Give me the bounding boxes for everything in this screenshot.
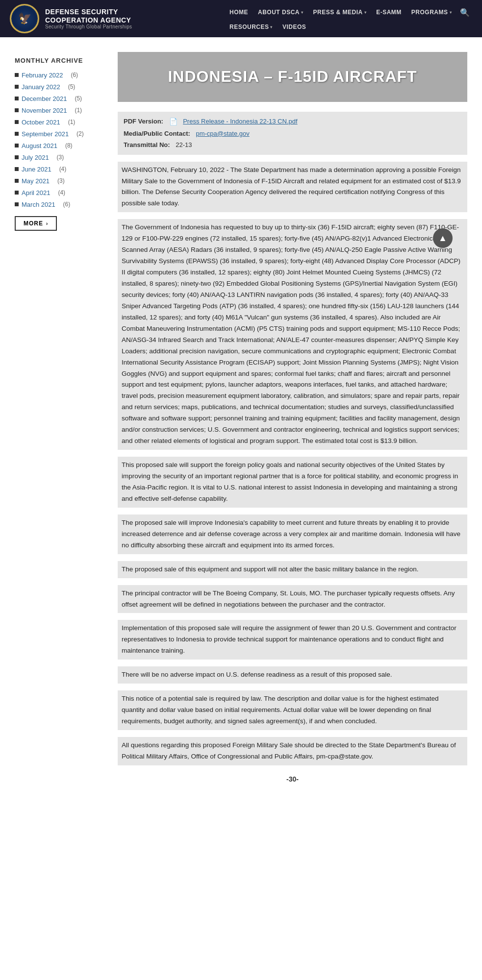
agency-title: DEFENSE SECURITY COOPERATION AGENCY — [45, 8, 132, 24]
list-item: July 2021 (3) — [15, 153, 98, 161]
transmittal-row: Transmittal No: 22-13 — [124, 139, 461, 150]
bullet-icon — [15, 144, 19, 147]
nav-press-media[interactable]: PRESS & MEDIA ▾ — [309, 7, 370, 18]
media-contact-label: Media/Public Contact: — [124, 128, 190, 139]
logo-area: 🦅 DEFENSE SECURITY COOPERATION AGENCY Se… — [10, 4, 132, 33]
list-item: March 2021 (6) — [15, 200, 98, 208]
bullet-icon — [15, 120, 19, 124]
nav-home[interactable]: HOME — [226, 7, 252, 18]
list-item: September 2021 (2) — [15, 130, 98, 138]
list-item: June 2021 (4) — [15, 165, 98, 173]
article-paragraph-2: The Government of Indonesia has requeste… — [118, 219, 467, 450]
article-paragraph-10: All questions regarding this proposed Fo… — [118, 737, 467, 765]
archive-count-feb2022: (6) — [71, 72, 78, 78]
list-item: August 2021 (8) — [15, 142, 98, 149]
list-item: December 2021 (5) — [15, 95, 98, 102]
bullet-icon — [15, 155, 19, 159]
article-title-banner: INDONESIA – F-15ID AIRCRAFT — [118, 52, 467, 102]
archive-count-oct2021: (1) — [68, 119, 76, 125]
programs-caret: ▾ — [450, 10, 452, 15]
article-paragraph-1: WASHINGTON, February 10, 2022 - The Stat… — [118, 162, 467, 213]
sidebar: MONTHLY ARCHIVE February 2022 (6) Januar… — [0, 47, 108, 798]
transmittal-label: Transmittal No: — [124, 139, 170, 150]
archive-count-aug2021: (8) — [65, 142, 73, 149]
content-wrapper: MONTHLY ARCHIVE February 2022 (6) Januar… — [0, 37, 482, 808]
list-item: February 2022 (6) — [15, 71, 98, 79]
site-header: 🦅 DEFENSE SECURITY COOPERATION AGENCY Se… — [0, 0, 482, 37]
archive-link-nov2021[interactable]: November 2021 — [22, 107, 67, 114]
bullet-icon — [15, 132, 19, 136]
archive-link-jun2021[interactable]: June 2021 — [22, 166, 51, 173]
list-item: May 2021 (3) — [15, 177, 98, 185]
archive-count-dec2021: (5) — [75, 95, 82, 102]
search-button[interactable]: 🔍 — [457, 5, 472, 20]
nav-esamm[interactable]: E-SAMM — [372, 7, 406, 18]
archive-link-oct2021[interactable]: October 2021 — [22, 119, 60, 126]
archive-count-apr2021: (4) — [58, 189, 65, 196]
archive-list: February 2022 (6) January 2022 (5) Decem… — [15, 71, 98, 208]
list-item: October 2021 (1) — [15, 118, 98, 126]
list-item: April 2021 (4) — [15, 189, 98, 196]
archive-link-dec2021[interactable]: December 2021 — [22, 95, 67, 102]
pdf-label: PDF Version: — [124, 116, 163, 127]
nav-about-dsca[interactable]: ABOUT DSCA ▾ — [254, 7, 307, 18]
archive-link-may2021[interactable]: May 2021 — [22, 177, 50, 185]
chevron-right-icon: › — [46, 221, 48, 226]
bullet-icon — [15, 179, 19, 183]
bullet-icon — [15, 73, 19, 77]
archive-count-jun2021: (4) — [59, 166, 67, 172]
main-nav: HOME ABOUT DSCA ▾ PRESS & MEDIA ▾ E-SAMM… — [226, 5, 472, 32]
agency-logo[interactable]: 🦅 — [10, 4, 39, 33]
article-paragraph-5: The proposed sale of this equipment and … — [118, 561, 467, 578]
article-wrapper: INDONESIA – F-15ID AIRCRAFT ▲ PDF Versio… — [118, 52, 467, 783]
media-contact-row: Media/Public Contact: pm-cpa@state.gov — [124, 128, 461, 139]
article-end-marker: -30- — [118, 775, 467, 783]
arrow-up-icon: ▲ — [438, 233, 447, 244]
media-contact-link[interactable]: pm-cpa@state.gov — [196, 128, 249, 139]
article-title: INDONESIA – F-15ID AIRCRAFT — [127, 67, 457, 87]
agency-name-text: DEFENSE SECURITY COOPERATION AGENCY Secu… — [45, 8, 132, 30]
article-meta: PDF Version: 📄 Press Release - Indonesia… — [118, 112, 467, 155]
archive-link-aug2021[interactable]: August 2021 — [22, 142, 57, 149]
article-paragraph-4: The proposed sale will improve Indonesia… — [118, 514, 467, 554]
bullet-icon — [15, 85, 19, 89]
archive-link-sep2021[interactable]: September 2021 — [22, 130, 69, 138]
transmittal-number: 22-13 — [176, 139, 192, 150]
nav-videos[interactable]: VIDEOS — [279, 22, 310, 32]
eagle-icon: 🦅 — [18, 12, 31, 25]
archive-link-jul2021[interactable]: July 2021 — [22, 154, 49, 161]
archive-count-may2021: (3) — [57, 177, 65, 184]
article-paragraph-7: Implementation of this proposed sale wil… — [118, 620, 467, 660]
bullet-icon — [15, 97, 19, 100]
archive-link-apr2021[interactable]: April 2021 — [22, 189, 51, 196]
article-paragraph-9: This notice of a potential sale is requi… — [118, 690, 467, 730]
bullet-icon — [15, 108, 19, 112]
nav-row-2: RESOURCES ▾ VIDEOS — [226, 22, 472, 32]
pdf-link[interactable]: Press Release - Indonesia 22-13 CN.pdf — [183, 116, 297, 127]
archive-link-jan2022[interactable]: January 2022 — [22, 83, 60, 91]
archive-link-feb2022[interactable]: February 2022 — [22, 72, 63, 79]
scroll-to-top-button[interactable]: ▲ — [433, 228, 453, 248]
article-body: WASHINGTON, February 10, 2022 - The Stat… — [118, 162, 467, 765]
sidebar-title: MONTHLY ARCHIVE — [15, 57, 98, 64]
bullet-icon — [15, 202, 19, 206]
nav-resources[interactable]: RESOURCES ▾ — [226, 22, 277, 32]
more-button[interactable]: MORE › — [15, 216, 57, 231]
article-paragraph-8: There will be no adverse impact on U.S. … — [118, 666, 467, 684]
archive-link-mar2021[interactable]: March 2021 — [22, 201, 55, 208]
archive-count-nov2021: (1) — [75, 107, 82, 114]
nav-programs[interactable]: PROGRAMS ▾ — [407, 7, 456, 18]
archive-count-jan2022: (5) — [68, 83, 76, 90]
bullet-icon — [15, 191, 19, 195]
pdf-icon: 📄 — [169, 116, 178, 128]
archive-count-mar2021: (6) — [63, 201, 71, 208]
about-caret: ▾ — [301, 10, 304, 15]
main-content: INDONESIA – F-15ID AIRCRAFT ▲ PDF Versio… — [108, 47, 482, 798]
agency-subtitle: Security Through Global Partnerships — [45, 24, 132, 29]
archive-count-jul2021: (3) — [57, 154, 64, 161]
list-item: November 2021 (1) — [15, 106, 98, 114]
article-paragraph-6: The principal contractor will be The Boe… — [118, 585, 467, 613]
bullet-icon — [15, 167, 19, 171]
pdf-row: PDF Version: 📄 Press Release - Indonesia… — [124, 116, 461, 128]
list-item: January 2022 (5) — [15, 83, 98, 91]
